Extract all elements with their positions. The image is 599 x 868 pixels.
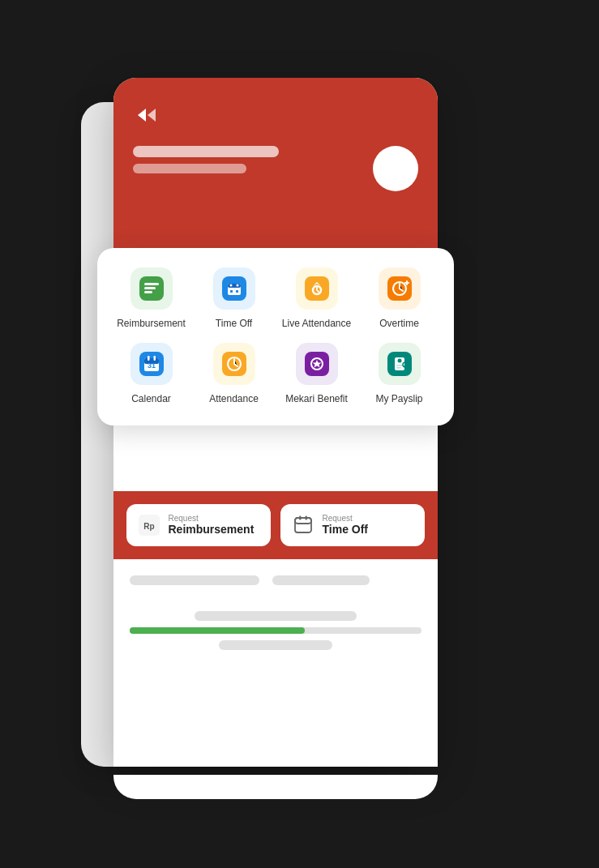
svg-point-7 xyxy=(229,284,232,286)
timeoff-icon-bg xyxy=(213,267,255,310)
menu-item-timeoff[interactable]: Time Off xyxy=(196,267,272,331)
svg-rect-10 xyxy=(236,290,238,293)
skeleton-bar-short xyxy=(219,640,332,650)
menu-item-overtime[interactable]: Overtime xyxy=(362,267,438,331)
bottom-content-area xyxy=(113,556,438,767)
svg-point-8 xyxy=(236,284,238,286)
menu-item-reimbursement[interactable]: Reimbursement xyxy=(113,267,190,331)
svg-text:Rp: Rp xyxy=(143,522,154,531)
menu-card: Reimbursement Time Off xyxy=(97,248,454,425)
mekari-benefit-icon-bg xyxy=(296,343,338,385)
menu-item-mekari-benefit[interactable]: Mekari Benefit xyxy=(279,343,355,406)
live-attendance-icon-bg xyxy=(296,267,338,310)
svg-rect-19 xyxy=(148,356,150,361)
header-text-lines xyxy=(133,146,279,173)
timeoff-request-title: Time Off xyxy=(323,523,369,536)
svg-rect-2 xyxy=(144,287,156,289)
user-avatar[interactable] xyxy=(373,146,418,191)
reimbursement-request-button[interactable]: Rp Request Reimbursement xyxy=(126,504,271,546)
bottom-cap xyxy=(113,775,438,799)
calendar-label: Calendar xyxy=(131,393,171,406)
header-content xyxy=(133,146,418,191)
my-payslip-icon-bg xyxy=(379,343,421,385)
menu-grid: Reimbursement Time Off xyxy=(113,267,438,406)
svg-rect-6 xyxy=(228,284,241,288)
calendar-icon-bg: 31 xyxy=(130,343,173,385)
reimbursement-request-title: Reimbursement xyxy=(169,523,255,536)
skeleton-progress-bar xyxy=(130,627,421,634)
scene: Reimbursement Time Off xyxy=(65,70,535,799)
overtime-icon-bg xyxy=(379,267,421,310)
header-section xyxy=(113,78,438,256)
request-buttons-section: Rp Request Reimbursement Request Time Of… xyxy=(113,491,438,559)
svg-rect-28 xyxy=(396,365,403,366)
menu-item-live-attendance[interactable]: Live Attendance xyxy=(279,267,355,331)
svg-rect-34 xyxy=(295,518,311,524)
svg-rect-20 xyxy=(153,356,156,361)
overtime-label: Overtime xyxy=(379,318,419,331)
reimbursement-request-label: Request xyxy=(169,514,255,523)
reimbursement-label: Reimbursement xyxy=(117,318,186,331)
svg-rect-33 xyxy=(295,518,311,532)
mekari-benefit-label: Mekari Benefit xyxy=(285,393,348,406)
timeoff-label: Time Off xyxy=(216,318,252,331)
my-payslip-label: My Payslip xyxy=(375,393,422,406)
app-logo xyxy=(133,100,162,130)
live-attendance-label: Live Attendance xyxy=(282,318,351,331)
svg-rect-35 xyxy=(299,515,302,520)
svg-rect-36 xyxy=(305,515,307,520)
svg-rect-1 xyxy=(144,283,159,285)
svg-point-27 xyxy=(397,359,401,363)
calendar-request-icon xyxy=(292,514,314,537)
svg-text:31: 31 xyxy=(147,361,155,370)
header-top xyxy=(133,100,418,130)
svg-rect-29 xyxy=(396,367,401,369)
rp-icon: Rp xyxy=(138,514,160,537)
reimbursement-request-text: Request Reimbursement xyxy=(169,514,255,536)
timeoff-request-label: Request xyxy=(323,514,369,523)
svg-rect-9 xyxy=(230,290,233,293)
reimbursement-icon-bg xyxy=(130,267,173,310)
timeoff-request-button[interactable]: Request Time Off xyxy=(280,504,425,546)
attendance-icon-bg xyxy=(213,343,255,385)
menu-item-calendar[interactable]: 31 Calendar xyxy=(113,343,190,406)
progress-fill xyxy=(130,627,305,634)
skeleton-center-group xyxy=(130,611,421,650)
header-subtitle-line xyxy=(133,164,246,173)
svg-rect-3 xyxy=(144,291,152,293)
skeleton-bar-center xyxy=(195,611,357,621)
menu-item-my-payslip[interactable]: My Payslip xyxy=(362,343,438,406)
timeoff-request-text: Request Time Off xyxy=(323,514,369,536)
skeleton-bar-2 xyxy=(272,575,370,585)
header-name-line xyxy=(133,146,279,157)
skeleton-bar-1 xyxy=(130,575,259,585)
attendance-label: Attendance xyxy=(209,393,259,406)
menu-item-attendance[interactable]: Attendance xyxy=(196,343,272,406)
skeleton-row-1 xyxy=(130,575,421,585)
